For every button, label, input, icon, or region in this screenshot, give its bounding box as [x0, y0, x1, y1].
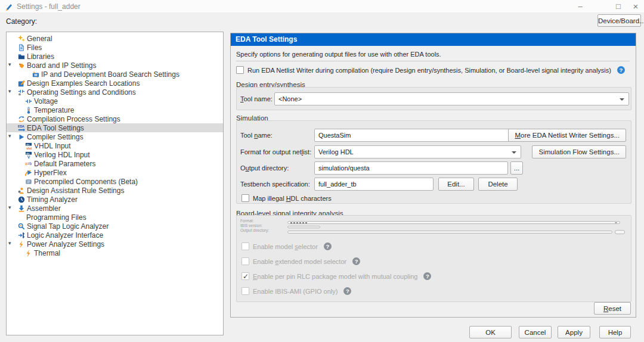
tree-item-default-parameters[interactable]: a=bDefault Parameters	[7, 159, 223, 168]
run-eda-netlist-checkbox[interactable]	[236, 66, 244, 74]
format-netlist-select[interactable]: Verilog HDL	[314, 145, 521, 158]
compiler-icon	[18, 133, 25, 141]
help-icon[interactable]: ?	[617, 66, 625, 74]
board-level-groupbox: Format: IBIS version: Output directory: …	[236, 215, 631, 302]
board-format-label: Format:	[240, 219, 253, 223]
tree-item-label: HyperFlex	[34, 169, 67, 177]
map-illegal-hdl-checkbox-row[interactable]: Map illegal HDL characters	[242, 194, 332, 202]
tree-item-label: IP and Development Board Search Settings	[41, 70, 179, 79]
tree-item-eda-tool-settings[interactable]: EDAEDA Tool Settings	[7, 123, 223, 132]
tree-item-voltage[interactable]: Voltage	[7, 97, 223, 105]
checkbox-label: Enable model selector	[253, 243, 318, 250]
reset-button[interactable]: Reset	[594, 302, 631, 315]
tree-item-thermal[interactable]: Thermal	[7, 248, 223, 257]
run-eda-netlist-checkbox-row[interactable]: Run EDA Netlist Writer during compilatio…	[236, 66, 625, 74]
tree-item-ip-and-development-board-search-settings[interactable]: IP and Development Board Search Settings	[7, 70, 223, 79]
expand-arrow-icon[interactable]: ▾	[8, 240, 11, 246]
close-button[interactable]: ×	[628, 1, 643, 12]
expand-arrow-icon[interactable]: ▾	[8, 133, 11, 139]
device-board-button[interactable]: Device/Board...	[597, 14, 641, 27]
tree-item-label: Logic Analyzer Interface	[27, 231, 103, 240]
general-icon	[18, 35, 25, 42]
vhdl-icon: abcvhd	[25, 142, 32, 150]
tree-item-vhdl-input[interactable]: abcvhdVHDL Input	[7, 141, 223, 150]
output-directory-label: Output directory:	[240, 161, 289, 175]
tree-item-compilation-process-settings[interactable]: Compilation Process Settings	[7, 114, 223, 123]
board-ip-icon	[18, 62, 25, 69]
help-button[interactable]: Help	[599, 326, 631, 338]
tree-item-design-examples-search-locations[interactable]: Design Examples Search Locations	[7, 79, 223, 88]
help-icon: ?	[343, 287, 351, 295]
tree-item-board-and-ip-settings[interactable]: ▾Board and IP Settings	[7, 61, 223, 70]
tree-item-label: Default Parameters	[34, 160, 95, 168]
title-bar: Settings - full_adder – □ ×	[0, 0, 644, 13]
ok-button[interactable]: OK	[469, 326, 512, 338]
expand-arrow-icon[interactable]: ▾	[8, 61, 11, 67]
tree-item-label: Files	[27, 43, 42, 52]
map-illegal-hdl-label: Map illegal HDL characters	[253, 195, 332, 202]
chevron-down-icon	[512, 151, 516, 154]
tree-item-label: Libraries	[27, 52, 54, 61]
tree-item-timing-analyzer[interactable]: Timing Analyzer	[7, 195, 223, 204]
design-entry-groupbox: Tool name: <None>	[236, 87, 631, 110]
design-entry-tool-select[interactable]: <None>	[274, 92, 629, 105]
board-browse-button	[615, 230, 625, 234]
checkbox	[242, 242, 249, 250]
tree-item-signal-tap-logic-analyzer[interactable]: Signal Tap Logic Analyzer	[7, 222, 223, 231]
tree-item-programming-files[interactable]: Programming Files	[7, 213, 223, 222]
tree-item-precompiled-components-beta[interactable]: Precompiled Components (Beta)	[7, 177, 223, 186]
apply-button[interactable]: Apply	[558, 326, 590, 338]
edit-button[interactable]: Edit...	[438, 178, 474, 191]
svg-text:EDA: EDA	[18, 125, 24, 128]
temperature-icon	[25, 107, 32, 114]
tree-item-hyperflex[interactable]: HyperFlex	[7, 168, 223, 177]
tree-item-temperature[interactable]: Temperature	[7, 105, 223, 114]
testbench-input[interactable]	[314, 178, 434, 191]
tree-item-label: Power Analyzer Settings	[27, 240, 104, 248]
tree-item-label: EDA Tool Settings	[27, 124, 84, 132]
checkbox	[242, 257, 249, 265]
checkbox-label: Enable IBIS-AMI (GPIO only)	[253, 288, 338, 295]
cancel-button[interactable]: Cancel	[519, 326, 552, 338]
tree-item-operating-settings-and-conditions[interactable]: ▾Operating Settings and Conditions	[7, 88, 223, 97]
tree-item-power-analyzer-settings[interactable]: ▾Power Analyzer Settings	[7, 240, 223, 248]
tree-item-label: Verilog HDL Input	[34, 151, 90, 159]
signal-tap-icon	[18, 223, 25, 230]
tool-name-label: Tool name:	[240, 92, 273, 105]
testbench-label: Testbench specification:	[240, 178, 310, 191]
simulation-flow-settings-button[interactable]: Simulation Flow Settings...	[532, 145, 626, 158]
tree-item-label: VHDL Input	[34, 142, 71, 150]
delete-button[interactable]: Delete	[478, 178, 518, 191]
minimize-button[interactable]: –	[572, 1, 588, 12]
tree-item-files[interactable]: Files	[7, 43, 223, 52]
browse-button[interactable]: ...	[510, 161, 523, 175]
tree-item-label: Design Examples Search Locations	[27, 79, 140, 88]
tree-item-label: Operating Settings and Conditions	[27, 88, 136, 97]
collapsed-text	[290, 222, 308, 223]
files-icon	[18, 44, 25, 51]
tree-item-label: Design Assistant Rule Settings	[27, 186, 124, 195]
restore-button[interactable]: □	[611, 1, 626, 12]
output-directory-input[interactable]	[314, 161, 508, 175]
checkbox	[242, 287, 249, 295]
tree-item-label: Signal Tap Logic Analyzer	[27, 222, 109, 231]
expand-arrow-icon[interactable]: ▾	[8, 88, 11, 94]
tree-item-libraries[interactable]: Libraries	[7, 52, 223, 61]
tree-item-logic-analyzer-interface[interactable]: Logic Analyzer Interface	[7, 231, 223, 240]
map-illegal-hdl-checkbox[interactable]	[242, 194, 249, 202]
tree-item-verilog-hdl-input[interactable]: abcVVerilog HDL Input	[7, 150, 223, 159]
tree-item-assembler[interactable]: ▾Assembler	[7, 204, 223, 213]
timing-icon	[18, 196, 25, 203]
tree-item-general[interactable]: General	[7, 34, 223, 43]
more-eda-netlist-settings-button[interactable]: More EDA Netlist Writer Settings...	[508, 129, 626, 142]
tree-item-label: Temperature	[34, 106, 74, 114]
checkbox-label: Enable per pin RLC package model with mu…	[253, 273, 417, 280]
expand-arrow-icon[interactable]: ▾	[8, 204, 11, 210]
sim-tool-select[interactable]: QuestaSim	[314, 129, 521, 142]
tree-item-compiler-settings[interactable]: ▾Compiler Settings	[7, 132, 223, 141]
operating-icon	[18, 89, 25, 96]
tree-item-design-assistant-rule-settings[interactable]: Design Assistant Rule Settings	[7, 186, 223, 195]
format-netlist-label: Format for output netlist:	[240, 145, 311, 158]
tree-item-label: General	[27, 35, 52, 43]
thermal-icon	[25, 250, 32, 257]
